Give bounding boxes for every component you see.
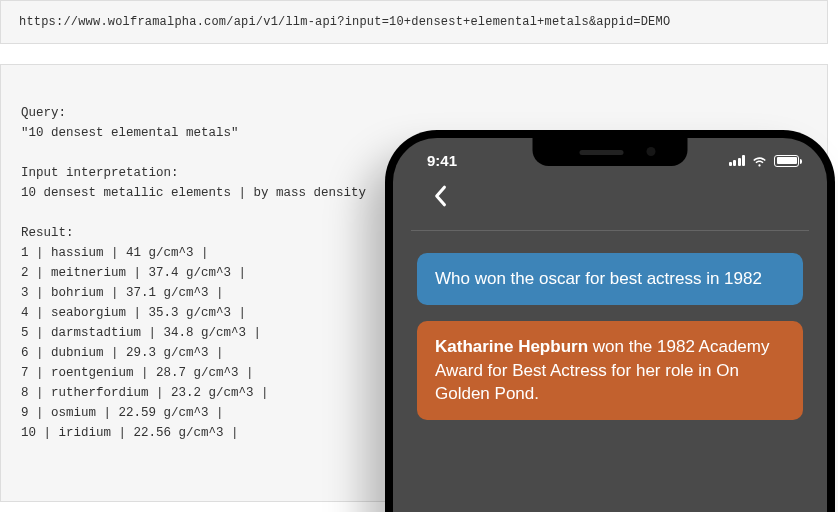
user-message-text: Who won the oscar for best actress in 19…	[435, 269, 762, 288]
interpretation-label: Input interpretation:	[21, 166, 179, 180]
battery-icon	[774, 155, 799, 167]
assistant-message[interactable]: Katharine Hepburn won the 1982 Academy A…	[417, 321, 803, 420]
result-row: 9 | osmium | 22.59 g/cm^3 |	[21, 406, 224, 420]
signal-icon	[729, 155, 746, 166]
url-bar[interactable]: https://www.wolframalpha.com/api/v1/llm-…	[0, 0, 828, 44]
result-row: 5 | darmstadtium | 34.8 g/cm^3 |	[21, 326, 261, 340]
result-row: 2 | meitnerium | 37.4 g/cm^3 |	[21, 266, 246, 280]
back-icon[interactable]	[433, 185, 449, 209]
assistant-reply-bold: Katharine Hepburn	[435, 337, 588, 356]
result-row: 6 | dubnium | 29.3 g/cm^3 |	[21, 346, 224, 360]
nav-back-row	[411, 177, 809, 231]
result-row: 8 | rutherfordium | 23.2 g/cm^3 |	[21, 386, 269, 400]
status-time: 9:41	[427, 152, 457, 169]
user-message[interactable]: Who won the oscar for best actress in 19…	[417, 253, 803, 305]
chat-messages: Who won the oscar for best actress in 19…	[393, 231, 827, 442]
phone-device: 9:41 Who won the osca	[385, 130, 835, 512]
phone-notch	[533, 138, 688, 166]
speaker-slot	[579, 150, 623, 155]
result-row: 1 | hassium | 41 g/cm^3 |	[21, 246, 209, 260]
url-text: https://www.wolframalpha.com/api/v1/llm-…	[19, 15, 670, 29]
result-row: 4 | seaborgium | 35.3 g/cm^3 |	[21, 306, 246, 320]
wifi-icon	[751, 155, 768, 167]
interpretation-value: 10 densest metallic elements | by mass d…	[21, 186, 366, 200]
result-row: 7 | roentgenium | 28.7 g/cm^3 |	[21, 366, 254, 380]
result-row: 3 | bohrium | 37.1 g/cm^3 |	[21, 286, 224, 300]
phone-screen: 9:41 Who won the osca	[393, 138, 827, 512]
query-label: Query:	[21, 106, 66, 120]
result-label: Result:	[21, 226, 74, 240]
front-camera	[647, 147, 656, 156]
status-icons	[729, 155, 800, 167]
result-row: 10 | iridium | 22.56 g/cm^3 |	[21, 426, 239, 440]
query-value: "10 densest elemental metals"	[21, 126, 239, 140]
